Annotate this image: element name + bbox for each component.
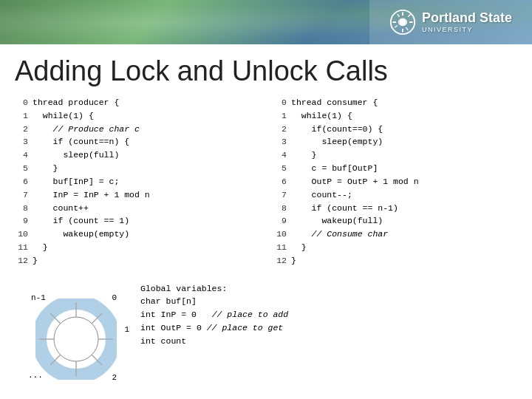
table-row: 12}: [273, 254, 517, 267]
table-row: 4 }: [273, 149, 517, 162]
list-item: int count: [140, 335, 517, 348]
list-item: int OutP = 0 // place to get: [140, 321, 517, 335]
table-row: 3 sleep(empty): [273, 135, 517, 149]
global-vars-block: Global variables: char buf[n] int InP = …: [140, 279, 517, 386]
table-row: 10 // Consume char: [273, 228, 517, 241]
consumer-code-block: 0thread consumer { 1 while(1) { 2 if(cou…: [273, 96, 517, 267]
page-title: Adding Lock and Unlock Calls: [15, 55, 517, 87]
table-row: 9 wakeup(full): [273, 214, 517, 228]
bottom-section: n-1 0 1 2 ...: [15, 275, 517, 386]
table-row: 2 if(count==0) {: [273, 123, 517, 136]
table-row: 1 while(1) {: [273, 109, 517, 123]
table-row: 8 if (count == n-1): [273, 202, 517, 215]
psu-text: Portland State UNIVERSITY: [422, 11, 512, 33]
table-row: 2 // Produce char c: [15, 123, 259, 136]
psu-icon: [389, 9, 416, 35]
psu-subname: UNIVERSITY: [422, 26, 473, 33]
table-row: 11 }: [15, 241, 259, 254]
producer-code-block: 0thread producer { 1 while(1) { 2 // Pro…: [15, 96, 259, 267]
table-row: 0thread consumer {: [273, 96, 517, 109]
table-row: 4 sleep(full): [15, 149, 259, 162]
table-row: 8 count++: [15, 202, 259, 215]
table-row: 3 if (count==n) {: [15, 135, 259, 149]
header-background: Portland State UNIVERSITY: [0, 0, 532, 44]
table-row: 9 if (count == 1): [15, 214, 259, 228]
table-row: 7 InP = InP + 1 mod n: [15, 188, 259, 202]
table-row: 5 c = buf[OutP]: [273, 162, 517, 175]
ring-diagram-wrapper: n-1 0 1 2 ...: [22, 290, 133, 386]
list-item: int InP = 0 // place to add: [140, 308, 517, 321]
psu-logo-area: Portland State UNIVERSITY: [369, 0, 532, 44]
table-row: 6 OutP = OutP + 1 mod n: [273, 175, 517, 188]
psu-name: Portland State: [422, 11, 512, 26]
table-row: 1 while(1) {: [15, 109, 259, 123]
table-row: 11 }: [273, 241, 517, 254]
table-row: 12}: [15, 254, 259, 267]
ring-svg: [35, 299, 117, 380]
table-row: 10 wakeup(empty): [15, 228, 259, 241]
code-section: 0thread producer { 1 while(1) { 2 // Pro…: [15, 96, 517, 267]
table-row: 5 }: [15, 162, 259, 175]
ring-label-1: 1: [124, 325, 129, 334]
table-row: 6 buf[InP] = c;: [15, 175, 259, 188]
global-vars-title: Global variables:: [140, 282, 517, 296]
table-row: 0thread producer {: [15, 96, 259, 109]
table-row: 7 count--;: [273, 188, 517, 202]
main-content: Adding Lock and Unlock Calls 0thread pro…: [0, 44, 532, 399]
list-item: char buf[n]: [140, 295, 517, 308]
